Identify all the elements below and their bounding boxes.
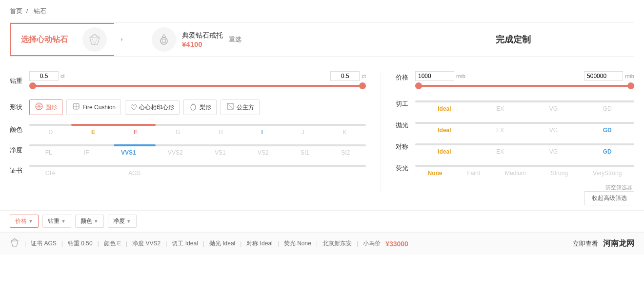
collapse-btn[interactable]: 收起高级筛选 [584, 191, 634, 205]
cert-GIA[interactable]: GIA [29, 170, 71, 177]
shape-princess-label: 公主方 [237, 103, 254, 112]
fluor-Medium[interactable]: Medium [505, 170, 526, 177]
step2-info: 典爱钻石戒托 ¥4100 [182, 31, 223, 48]
sort-weight-label: 钻重 [48, 217, 60, 225]
color-F[interactable]: F [134, 129, 137, 136]
shape-pear-label: 梨形 [200, 103, 211, 112]
ring-icon [157, 32, 171, 47]
color-E[interactable]: E [91, 129, 95, 136]
polish-GD[interactable]: GD [603, 127, 612, 134]
weight-row: 钻重 ct ct [10, 71, 366, 91]
color-I[interactable]: I [262, 129, 263, 136]
clarity-VS2[interactable]: VS2 [258, 149, 269, 156]
fluor-None[interactable]: None [427, 170, 442, 177]
shape-round[interactable]: 圆形 [29, 99, 62, 115]
clarity-content: FL IF VVS1 VVS2 VS1 VS2 SI1 SI2 [29, 144, 366, 156]
sort-clarity[interactable]: 净度 ▼ [108, 215, 137, 228]
filter-right: 价格 rmb rmb [381, 71, 634, 191]
polish-label: 抛光 [396, 121, 415, 130]
price-max-input[interactable] [584, 71, 623, 81]
fluor-Faint[interactable]: Faint [467, 170, 480, 177]
sort-clarity-arrow: ▼ [126, 219, 131, 224]
bottom-clarity: 净度 VVS2 [132, 239, 161, 248]
shape-princess[interactable]: 公主方 [221, 99, 260, 115]
cert-label: 证书 [10, 166, 29, 175]
weight-slider-thumb-right[interactable] [359, 82, 366, 89]
price-slider-thumb-right[interactable] [627, 82, 634, 89]
bottom-cut: 切工 Ideal [172, 239, 198, 248]
polish-content: Ideal EX VG GD [415, 119, 634, 134]
sort-weight[interactable]: 钻重 ▼ [42, 215, 71, 228]
clarity-IF[interactable]: IF [84, 149, 89, 156]
step2-price: ¥4100 [182, 40, 223, 48]
cut-VG[interactable]: VG [549, 105, 558, 112]
symmetry-Ideal[interactable]: Ideal [438, 148, 451, 155]
breadcrumb-home[interactable]: 首页 [10, 7, 22, 15]
filter-area: 钻重 ct ct [0, 66, 644, 191]
shape-pear-icon [189, 102, 198, 113]
color-J[interactable]: J [302, 129, 304, 136]
step1[interactable]: 选择心动钻石 [10, 23, 122, 56]
cut-track [415, 100, 634, 102]
collapse-row: 收起高级筛选 [0, 191, 644, 205]
cut-label: 切工 [396, 99, 415, 108]
fluorescence-content: None Faint Medium Strong VeryStrong [415, 162, 634, 177]
color-label: 颜色 [10, 125, 29, 134]
weight-slider-fill [29, 85, 366, 87]
price-min-unit: rmb [456, 73, 465, 79]
step2: 典爱钻石戒托 ¥4100 重选 [122, 27, 393, 52]
step2-reset[interactable]: 重选 [229, 35, 242, 44]
price-slider-fill [415, 85, 634, 87]
clarity-labels: FL IF VVS1 VVS2 VS1 VS2 SI1 SI2 [29, 149, 366, 156]
clarity-VS1[interactable]: VS1 [215, 149, 226, 156]
color-G[interactable]: G [176, 129, 180, 136]
shape-pear[interactable]: 梨形 [183, 99, 217, 115]
cut-Ideal[interactable]: Ideal [438, 105, 451, 112]
step1-label: 选择心动钻石 [21, 35, 68, 45]
cut-GD[interactable]: GD [603, 105, 612, 112]
price-min-input[interactable] [415, 71, 454, 81]
shape-label: 形状 [10, 103, 29, 112]
clarity-VVS1[interactable]: VVS1 [121, 149, 136, 156]
weight-min-input[interactable] [29, 71, 59, 81]
clarity-SI2[interactable]: SI2 [341, 149, 350, 156]
color-H[interactable]: H [219, 129, 223, 136]
color-K[interactable]: K [342, 129, 346, 136]
symmetry-EX[interactable]: EX [496, 148, 504, 155]
svg-point-7 [162, 39, 166, 43]
svg-line-4 [92, 38, 95, 44]
polish-EX[interactable]: EX [496, 127, 504, 134]
clear-filter-btn[interactable]: 清空筛选器 [605, 184, 632, 190]
shape-fire-cushion[interactable]: Fire Cushion [66, 99, 121, 115]
clarity-VVS2[interactable]: VVS2 [168, 149, 183, 156]
fluor-VeryStrong[interactable]: VeryStrong [593, 170, 622, 177]
clarity-FL[interactable]: FL [45, 149, 52, 156]
weight-slider-thumb-left[interactable] [29, 82, 36, 89]
bottom-polish: 抛光 Ideal [209, 239, 235, 248]
cut-EX[interactable]: EX [496, 105, 504, 112]
fluor-Strong[interactable]: Strong [551, 170, 568, 177]
color-fill [71, 124, 156, 126]
shape-heart[interactable]: ♡ 心心相印心形 [125, 100, 180, 115]
sort-color[interactable]: 颜色 ▼ [75, 215, 104, 228]
polish-Ideal[interactable]: Ideal [438, 127, 451, 134]
price-slider-thumb-left[interactable] [415, 82, 422, 89]
sort-bar: 价格 ▼ 钻重 ▼ 颜色 ▼ 净度 ▼ [0, 210, 644, 232]
sort-price-label: 价格 [15, 217, 27, 225]
price-label: 价格 [396, 73, 415, 82]
weight-max-input[interactable] [330, 71, 360, 81]
color-D[interactable]: D [48, 129, 53, 136]
view-btn[interactable]: 立即查看 [573, 239, 598, 248]
clarity-SI1[interactable]: SI1 [301, 149, 309, 156]
symmetry-label: 对称 [396, 142, 415, 151]
price-row: 价格 rmb rmb [396, 71, 634, 91]
fluorescence-label: 荧光 [396, 164, 415, 173]
price-max-unit: rmb [625, 73, 634, 79]
svg-marker-8 [162, 34, 166, 37]
cert-AGS[interactable]: AGS [114, 170, 156, 177]
polish-VG[interactable]: VG [549, 127, 558, 134]
symmetry-labels: Ideal EX VG GD [415, 148, 634, 155]
symmetry-GD[interactable]: GD [603, 148, 612, 155]
sort-price[interactable]: 价格 ▼ [10, 215, 39, 228]
symmetry-VG[interactable]: VG [549, 148, 558, 155]
